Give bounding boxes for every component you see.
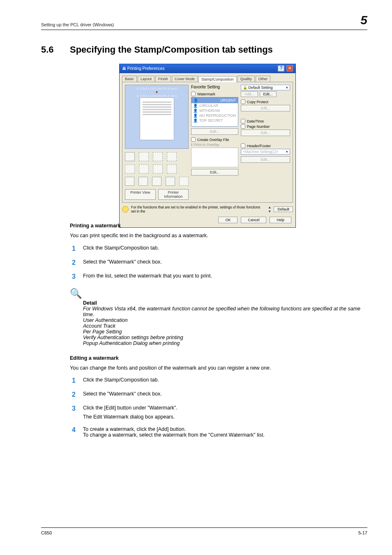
preview-icon[interactable] xyxy=(138,177,148,186)
detail-line: Popup Authentication Dialog when printin… xyxy=(83,340,363,346)
detail-heading: Detail xyxy=(83,300,363,306)
tab-cover-mode[interactable]: Cover Mode xyxy=(172,76,198,82)
header-path: Setting up the PCL driver (Windows) xyxy=(41,22,114,27)
watermark-list[interactable]: 👤URGENT 👤CIRCULAR 👤WITHDRAW 👤NO REPRODUC… xyxy=(191,97,238,127)
printer-view-button[interactable]: Printer View xyxy=(125,189,156,200)
ok-button[interactable]: OK xyxy=(218,217,238,223)
preview-icon[interactable] xyxy=(153,152,163,161)
header-footer-select[interactable]: <Machine Setting(1)>▾ xyxy=(241,149,290,155)
footer-page: 5-17 xyxy=(358,530,367,535)
footer-model: C650 xyxy=(41,530,52,535)
favorite-setting-label: Favorite Setting xyxy=(191,85,220,89)
date-page-edit-button[interactable]: Edit... xyxy=(241,130,290,136)
favorite-add-button[interactable]: Add... xyxy=(241,91,258,97)
title-bar: 🖶 Printing Preferences ? ✕ xyxy=(120,64,295,73)
copy-protect-checkbox[interactable]: Copy Protect xyxy=(241,99,290,104)
tab-layout[interactable]: Layout xyxy=(138,76,154,82)
detail-line: Per Page Setting xyxy=(83,329,363,335)
step-text: Select the "Watermark" check box. xyxy=(83,391,162,398)
create-overlay-checkbox[interactable]: Create Overlay File xyxy=(191,137,238,142)
preview-icon[interactable] xyxy=(167,152,177,161)
favorite-edit-button[interactable]: Edit... xyxy=(260,91,277,97)
step-text: Select the "Watermark" check box. xyxy=(83,259,162,266)
paragraph: You can change the fonts and position of… xyxy=(70,365,363,372)
tab-strip: Basic Layout Finish Cover Mode Stamp/Com… xyxy=(120,73,295,82)
tab-other[interactable]: Other xyxy=(256,76,271,82)
step-text: Click the [Edit] button under "Watermark… xyxy=(83,405,178,420)
detail-line: Account Track xyxy=(83,323,363,329)
chapter-number: 5 xyxy=(360,13,367,27)
section-heading: 5.6Specifying the Stamp/Composition tab … xyxy=(41,44,273,55)
watermark-checkbox[interactable]: Watermark xyxy=(191,92,238,96)
date-time-checkbox[interactable]: Date/Time xyxy=(241,119,290,123)
tab-finish[interactable]: Finish xyxy=(155,76,171,82)
header-footer-checkbox[interactable]: Header/Footer xyxy=(241,143,290,148)
step-text: Click the Stamp/Composition tab. xyxy=(83,245,159,252)
step-text: To create a watermark, click the [Add] b… xyxy=(83,426,265,438)
subheading-editing-watermark: Editing a watermark xyxy=(70,355,363,361)
default-button[interactable]: Default xyxy=(274,206,293,212)
preview-icon[interactable] xyxy=(139,164,149,173)
cancel-button[interactable]: Cancel xyxy=(241,217,266,223)
magnifier-icon: 🔍 xyxy=(70,288,82,299)
help-button[interactable]: Help xyxy=(270,217,291,223)
overlay-edit-button[interactable]: Edit... xyxy=(191,169,238,176)
print-in-overlay-checkbox[interactable]: ℹPrint in Overlay xyxy=(191,143,238,147)
preview-icon[interactable] xyxy=(125,177,134,186)
preview-icon[interactable] xyxy=(166,177,175,186)
screenshot-dialog: 🖶 Printing Preferences ? ✕ Basic Layout … xyxy=(119,64,296,228)
page-preview: 8 1/2x11 (215.9x279.4 mm) ▼ 8 1/2x11 (21… xyxy=(125,85,189,149)
preview-icon[interactable] xyxy=(167,164,177,173)
help-icon[interactable]: ? xyxy=(278,65,284,72)
favorite-setting-select[interactable]: 🔓 Default Setting▾ xyxy=(241,85,290,90)
preview-icon[interactable] xyxy=(139,152,149,161)
tab-quality[interactable]: Quality xyxy=(238,76,255,82)
preview-icon[interactable] xyxy=(125,152,135,161)
paragraph: You can print specific text in the backg… xyxy=(70,233,363,239)
hint-text: For the functions that are set to be ena… xyxy=(131,205,265,213)
copy-protect-edit-button[interactable]: Edit... xyxy=(241,105,290,111)
subheading-printing-watermark: Printing a watermark xyxy=(70,223,363,229)
header-footer-edit-button[interactable]: Edit... xyxy=(241,156,290,163)
detail-line: User Authentication xyxy=(83,317,363,323)
preview-icon[interactable] xyxy=(179,177,189,186)
detail-line: For Windows Vista x64, the watermark fun… xyxy=(83,306,363,317)
preview-icon[interactable] xyxy=(152,177,161,186)
step-text: Click the Stamp/Composition tab. xyxy=(83,377,159,384)
window-controls: ? ✕ xyxy=(277,65,293,72)
step-text: From the list, select the watermark that… xyxy=(83,273,212,280)
printer-information-button[interactable]: Printer Information xyxy=(158,189,189,200)
watermark-edit-button[interactable]: Edit... xyxy=(191,128,238,135)
tab-stamp-composition[interactable]: Stamp/Composition xyxy=(198,76,237,82)
preview-icon[interactable] xyxy=(153,164,163,173)
page-number-checkbox[interactable]: Page Number xyxy=(241,124,290,129)
detail-line: Verify Authentication settings before pr… xyxy=(83,335,363,340)
overlay-list[interactable] xyxy=(191,148,238,167)
tab-basic[interactable]: Basic xyxy=(122,76,137,82)
close-icon[interactable]: ✕ xyxy=(286,65,293,72)
preview-icon[interactable] xyxy=(125,164,135,173)
hint-icon xyxy=(122,206,129,213)
